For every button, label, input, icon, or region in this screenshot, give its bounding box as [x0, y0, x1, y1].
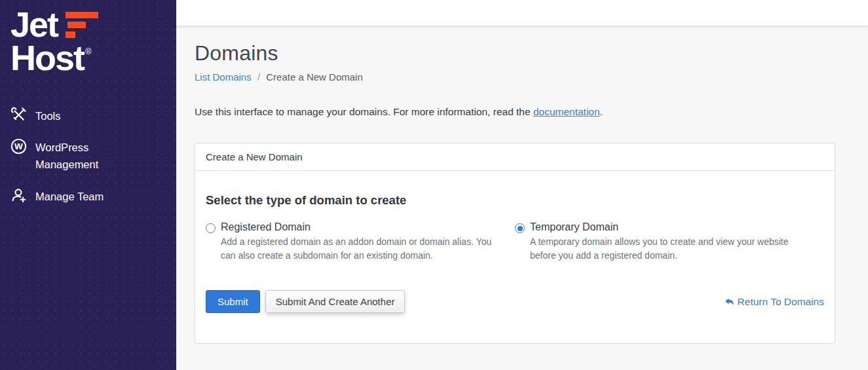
return-link-label: Return To Domains	[738, 296, 824, 308]
breadcrumb: List Domains / Create a New Domain	[195, 71, 835, 83]
sidebar-item-label: Tools	[35, 107, 61, 124]
sidebar-nav: Tools W WordPress Management Manage Team	[0, 100, 176, 213]
intro-text: Use this interface to manage your domain…	[195, 106, 835, 118]
actions-row: Submit Submit And Create Another Return …	[206, 290, 824, 313]
top-bar	[176, 0, 868, 26]
option-label[interactable]: Registered Domain	[221, 221, 515, 233]
sidebar-item-wordpress-management[interactable]: W WordPress Management	[9, 132, 167, 181]
registered-trademark: ®	[85, 46, 92, 56]
sidebar-item-manage-team[interactable]: Manage Team	[9, 181, 167, 212]
create-domain-panel: Create a New Domain Select the type of d…	[195, 143, 835, 344]
section-title: Select the type of domain to create	[206, 193, 824, 208]
jethost-logo[interactable]: Jet Host ®	[0, 0, 176, 75]
panel-header: Create a New Domain	[195, 143, 835, 171]
add-user-icon	[10, 187, 27, 204]
option-description: A temporary domain allows you to create …	[530, 235, 812, 263]
panel-body: Select the type of domain to create Regi…	[195, 171, 835, 343]
main-area: Domains List Domains / Create a New Doma…	[176, 0, 868, 370]
option-registered-domain[interactable]: Registered Domain Add a registered domai…	[206, 221, 515, 263]
reply-arrow-icon	[725, 297, 734, 306]
return-to-domains-link[interactable]: Return To Domains	[725, 296, 824, 308]
domain-type-options: Registered Domain Add a registered domai…	[206, 221, 824, 263]
page-title: Domains	[195, 41, 835, 65]
sidebar-item-tools[interactable]: Tools	[9, 100, 167, 132]
logo-text-host: Host	[10, 41, 84, 75]
breadcrumb-link-list-domains[interactable]: List Domains	[195, 71, 252, 83]
documentation-link[interactable]: documentation	[533, 106, 600, 117]
sidebar: Jet Host ® Tools	[0, 0, 176, 370]
submit-button[interactable]: Submit	[206, 290, 260, 313]
content-area: Domains List Domains / Create a New Doma…	[176, 26, 868, 370]
option-description: Add a registered domain as an addon doma…	[221, 235, 502, 263]
svg-text:W: W	[14, 141, 23, 151]
intro-text-before: Use this interface to manage your domain…	[195, 106, 533, 117]
option-label[interactable]: Temporary Domain	[530, 221, 824, 233]
radio-registered-domain[interactable]	[206, 223, 216, 233]
radio-temporary-domain[interactable]	[515, 223, 525, 233]
intro-text-after: .	[600, 106, 603, 117]
sidebar-item-label: Manage Team	[35, 188, 104, 205]
logo-text-jet: Jet	[10, 8, 58, 41]
tools-icon	[10, 107, 27, 123]
submit-and-create-another-button[interactable]: Submit And Create Another	[265, 290, 406, 313]
option-temporary-domain[interactable]: Temporary Domain A temporary domain allo…	[515, 221, 824, 263]
logo-flag-icon	[66, 12, 98, 38]
breadcrumb-separator: /	[257, 71, 260, 83]
sidebar-item-label: WordPress Management	[35, 139, 139, 174]
wordpress-icon: W	[10, 138, 27, 155]
breadcrumb-current: Create a New Domain	[266, 71, 363, 83]
